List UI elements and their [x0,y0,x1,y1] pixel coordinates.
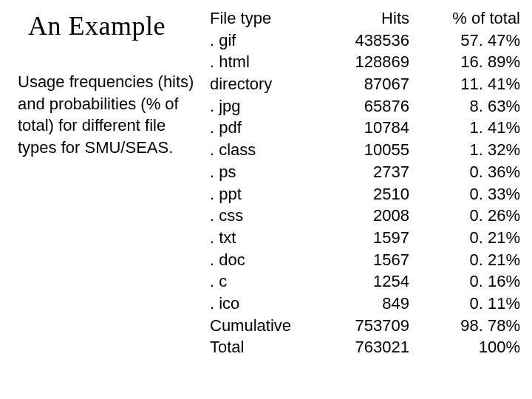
cell-file-type: . jpg [210,95,313,117]
table-row: Total 763021 100% [210,336,520,358]
table-row: . pdf 10784 1. 41% [210,117,520,139]
table-row: . ps 2737 0. 36% [210,161,520,183]
cell-pct: 0. 36% [409,161,520,183]
cell-hits: 753709 [313,315,409,337]
cell-pct: 0. 21% [409,249,520,271]
cell-hits: 2008 [313,205,409,227]
cell-pct: 0. 33% [409,183,520,205]
table-row: . html 128869 16. 89% [210,51,520,73]
cell-file-type: . pdf [210,117,313,139]
table-row: . c 1254 0. 16% [210,270,520,293]
table-row: . gif 438536 57. 47% [210,30,520,52]
table-row: directory 87067 11. 41% [210,73,520,95]
cell-file-type: . gif [210,30,313,52]
table-row: . doc 1567 0. 21% [210,249,520,271]
cell-hits: 438536 [313,30,409,52]
cell-pct: 0. 11% [409,293,520,315]
description-text: Usage frequencies (hits) and probabiliti… [18,71,201,159]
cell-file-type: . txt [210,227,313,249]
cell-file-type: . c [210,270,313,293]
page-title: An Example [28,10,166,41]
file-type-table: File type Hits % of total . gif 438536 5… [210,7,520,358]
cell-pct: 57. 47% [409,30,520,52]
table-row: . ico 849 0. 11% [210,293,520,315]
table-header-row: File type Hits % of total [210,7,520,30]
table-row: . class 10055 1. 32% [210,139,520,161]
cell-hits: 2510 [313,183,409,205]
cell-pct: 0. 26% [409,205,520,227]
table-row: . ppt 2510 0. 33% [210,183,520,205]
cell-file-type: . class [210,139,313,161]
cell-pct: 0. 16% [409,270,520,293]
cell-hits: 763021 [313,336,409,358]
cell-hits: 87067 [313,73,409,95]
cell-pct: 98. 78% [409,315,520,337]
cell-file-type: . ico [210,293,313,315]
cell-pct: 1. 41% [409,117,520,139]
cell-file-type: . html [210,51,313,73]
cell-hits: 1597 [313,227,409,249]
cell-file-type: Cumulative [210,315,313,337]
cell-file-type: Total [210,336,313,358]
table-row: . css 2008 0. 26% [210,205,520,227]
header-hits: Hits [313,7,409,30]
cell-pct: 11. 41% [409,73,520,95]
cell-hits: 65876 [313,95,409,117]
header-file-type: File type [210,7,313,30]
cell-file-type: . doc [210,249,313,271]
cell-file-type: directory [210,73,313,95]
cell-file-type: . ppt [210,183,313,205]
header-pct: % of total [409,7,520,30]
cell-pct: 16. 89% [409,51,520,73]
cell-hits: 2737 [313,161,409,183]
cell-hits: 1254 [313,270,409,293]
cell-hits: 10055 [313,139,409,161]
cell-hits: 1567 [313,249,409,271]
cell-hits: 10784 [313,117,409,139]
cell-file-type: . css [210,205,313,227]
cell-pct: 8. 63% [409,95,520,117]
cell-file-type: . ps [210,161,313,183]
table-row: . jpg 65876 8. 63% [210,95,520,117]
table-row: . txt 1597 0. 21% [210,227,520,249]
cell-pct: 0. 21% [409,227,520,249]
cell-pct: 1. 32% [409,139,520,161]
table-row: Cumulative 753709 98. 78% [210,315,520,337]
cell-hits: 128869 [313,51,409,73]
slide: An Example Usage frequencies (hits) and … [0,0,532,399]
cell-hits: 849 [313,293,409,315]
cell-pct: 100% [409,336,520,358]
